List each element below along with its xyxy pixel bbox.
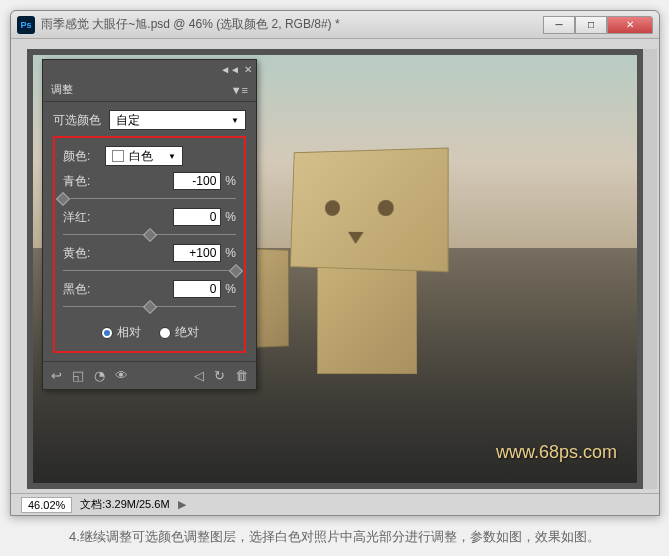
photo-figure-1 — [287, 149, 487, 409]
panel-menu-icon[interactable]: ▼≡ — [231, 84, 248, 96]
figure-body — [317, 264, 417, 374]
color-select[interactable]: 白色 ▼ — [105, 146, 183, 166]
color-label: 颜色: — [63, 148, 99, 165]
app-window: Ps 雨季感觉 大眼仔~旭.psd @ 46% (选取颜色 2, RGB/8#)… — [10, 10, 660, 516]
slider-label: 青色: — [63, 173, 90, 190]
close-button[interactable]: ✕ — [607, 16, 653, 34]
status-menu-arrow[interactable]: ▶ — [178, 498, 186, 511]
radio-absolute-label: 绝对 — [175, 324, 199, 341]
minimize-button[interactable]: ─ — [543, 16, 575, 34]
visibility-icon[interactable]: 👁 — [115, 368, 128, 383]
window-title: 雨季感觉 大眼仔~旭.psd @ 46% (选取颜色 2, RGB/8#) * — [41, 16, 543, 33]
chevron-down-icon: ▼ — [231, 116, 239, 125]
trash-icon[interactable]: 🗑 — [235, 368, 248, 383]
expand-icon[interactable]: ◱ — [72, 368, 84, 383]
preset-value: 自定 — [116, 112, 140, 129]
slider-label: 黑色: — [63, 281, 90, 298]
slider-yellow: 黄色: % — [63, 244, 236, 278]
cyan-slider[interactable] — [63, 192, 236, 206]
preset-row: 可选颜色 自定 ▼ — [53, 110, 246, 130]
slider-thumb[interactable] — [142, 300, 156, 314]
radio-absolute[interactable]: 绝对 — [159, 324, 199, 341]
panel-footer: ↩ ◱ ◔ 👁 ◁ ↻ 🗑 — [43, 361, 256, 389]
caption-text: 4.继续调整可选颜色调整图层，选择白色对照片中高光部分进行调整，参数如图，效果如… — [0, 528, 669, 546]
slider-thumb[interactable] — [142, 228, 156, 242]
color-value: 白色 — [129, 148, 153, 165]
watermark: www.68ps.com — [496, 442, 617, 463]
color-row: 颜色: 白色 ▼ — [63, 146, 236, 166]
black-input[interactable] — [173, 280, 221, 298]
slider-black: 黑色: % — [63, 280, 236, 314]
return-icon[interactable]: ↩ — [51, 368, 62, 383]
slider-label: 黄色: — [63, 245, 90, 262]
yellow-slider[interactable] — [63, 264, 236, 278]
slider-cyan: 青色: % — [63, 172, 236, 206]
slider-label: 洋红: — [63, 209, 90, 226]
radio-icon — [159, 327, 171, 339]
panel-header[interactable]: ◄◄ ✕ — [43, 60, 256, 78]
radio-icon — [101, 327, 113, 339]
magenta-slider[interactable] — [63, 228, 236, 242]
cyan-input[interactable] — [173, 172, 221, 190]
panel-tab[interactable]: 调整 ▼≡ — [43, 78, 256, 102]
magenta-input[interactable] — [173, 208, 221, 226]
panel-tab-label: 调整 — [51, 82, 73, 97]
yellow-input[interactable] — [173, 244, 221, 262]
slider-thumb[interactable] — [229, 264, 243, 278]
black-slider[interactable] — [63, 300, 236, 314]
chevron-down-icon: ▼ — [168, 152, 176, 161]
titlebar[interactable]: Ps 雨季感觉 大眼仔~旭.psd @ 46% (选取颜色 2, RGB/8#)… — [11, 11, 659, 39]
slider-thumb[interactable] — [56, 192, 70, 206]
doc-size: 文档:3.29M/25.6M — [80, 497, 169, 512]
color-swatch — [112, 150, 124, 162]
zoom-field[interactable]: 46.02% — [21, 497, 72, 513]
percent-label: % — [225, 246, 236, 260]
window-controls: ─ □ ✕ — [543, 16, 653, 34]
panel-body: 可选颜色 自定 ▼ 颜色: 白色 ▼ 青色: — [43, 102, 256, 361]
percent-label: % — [225, 174, 236, 188]
status-bar: 46.02% 文档:3.29M/25.6M ▶ — [11, 493, 659, 515]
percent-label: % — [225, 210, 236, 224]
app-icon: Ps — [17, 16, 35, 34]
preset-select[interactable]: 自定 ▼ — [109, 110, 246, 130]
vertical-scrollbar[interactable] — [643, 49, 657, 489]
maximize-button[interactable]: □ — [575, 16, 607, 34]
collapse-icon[interactable]: ◄◄ — [220, 64, 240, 75]
percent-label: % — [225, 282, 236, 296]
radio-relative[interactable]: 相对 — [101, 324, 141, 341]
slider-magenta: 洋红: % — [63, 208, 236, 242]
method-radios: 相对 绝对 — [63, 324, 236, 347]
highlighted-settings: 颜色: 白色 ▼ 青色: % — [53, 136, 246, 353]
previous-icon[interactable]: ◁ — [194, 368, 204, 383]
adjustment-type-label: 可选颜色 — [53, 112, 103, 129]
figure-head — [290, 148, 449, 273]
panel-close-icon[interactable]: ✕ — [244, 64, 252, 75]
clip-icon[interactable]: ◔ — [94, 368, 105, 383]
reset-icon[interactable]: ↻ — [214, 368, 225, 383]
radio-relative-label: 相对 — [117, 324, 141, 341]
adjustments-panel: ◄◄ ✕ 调整 ▼≡ 可选颜色 自定 ▼ 颜色: 白色 — [42, 59, 257, 390]
